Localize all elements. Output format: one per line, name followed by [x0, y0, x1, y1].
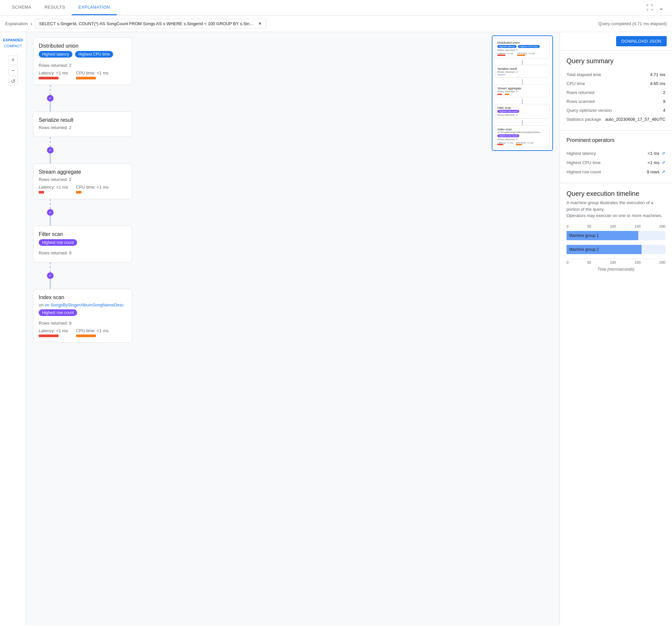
chart-x-axis-title: Time (microseconds) — [567, 267, 665, 272]
cpu-bar-0 — [76, 77, 96, 79]
connector-dot-3: ✓ — [47, 209, 53, 216]
badges-distributed-union: Highest latency Highest CPU time — [39, 51, 127, 60]
zoom-out-button[interactable]: − — [8, 66, 18, 75]
badge-highest-cpu[interactable]: Highest CPU time — [75, 51, 113, 57]
badge-filter-row-count[interactable]: Highest row count — [39, 239, 77, 246]
connector-3: ✓ — [50, 199, 51, 226]
chart-bars: Machine group 1 Machine group 2 — [567, 231, 665, 254]
op-link-2[interactable]: ⇗ — [662, 169, 665, 175]
summary-title: Query summary — [567, 57, 665, 65]
diagram-area: Distributed union Highest latency Highes… — [26, 32, 559, 625]
chart-x-axis-top: 0 50 100 150 200 — [567, 224, 665, 228]
node-title-distributed-union: Distributed union — [39, 43, 127, 49]
tab-explanation[interactable]: EXPLANATION — [72, 0, 117, 15]
bar-bg-0: Machine group 1 — [567, 231, 665, 240]
op-val-1: <1 ms — [648, 160, 659, 165]
chart-bar-row-1: Machine group 2 — [567, 245, 665, 254]
op-link-1[interactable]: ⇗ — [662, 160, 665, 165]
left-panel: EXPANDED COMPACT + − ↺ — [0, 32, 26, 625]
query-select-arrow: ▼ — [258, 21, 262, 26]
rows-returned-2: Rows returned: 2 — [39, 177, 127, 182]
latency-bar-2 — [39, 191, 44, 193]
cpu-stat-4: CPU time: <1 ms — [76, 328, 109, 337]
badge-index-row-count[interactable]: Highest row count — [39, 309, 77, 316]
latency-stat-2: Latency: <1 ms — [39, 185, 68, 193]
zoom-reset-button[interactable]: ↺ — [8, 76, 18, 86]
bar-label-0: Machine group 1 — [569, 233, 599, 238]
cpu-stat-2: CPU time: <1 ms — [76, 185, 109, 193]
chevron-down-icon[interactable]: ⌄ — [658, 4, 664, 11]
summary-row-1: CPU time 4.65 ms — [567, 79, 665, 88]
tabs-bar: SCHEMA RESULTS EXPLANATION ⛶ ⌄ — [0, 0, 672, 16]
summary-row-4: Query optimizer version 4 — [567, 106, 665, 115]
latency-stat-0: Latency: <1 ms — [39, 70, 68, 79]
connector-4: ✓ — [50, 262, 51, 289]
node-serialize-result[interactable]: Serialize result Rows returned: 2 — [33, 112, 132, 137]
zoom-controls: + − ↺ — [8, 55, 18, 86]
bar-label-1: Machine group 2 — [569, 247, 599, 252]
node-index-scan[interactable]: Index scan on on SongsBySingerAlbumSongN… — [33, 289, 132, 343]
node-subtitle-index: on on SongsBySingerAlbumSongNameDesc — [39, 302, 127, 307]
connector-dot-4: ✓ — [47, 272, 53, 279]
query-selector[interactable]: SELECT s.SingerId, COUNT(*) AS SongCount… — [35, 19, 266, 28]
node-stream-aggregate[interactable]: Stream aggregate Rows returned: 2 Latenc… — [33, 163, 132, 199]
node-stats-2: Latency: <1 ms CPU time: <1 ms — [39, 185, 127, 193]
view-toggle: EXPANDED COMPACT — [2, 38, 24, 49]
index-name-link[interactable]: on SongsBySingerAlbumSongNameDesc — [45, 302, 124, 307]
query-summary-section: Query summary Total elapsed time 4.71 ms… — [560, 51, 672, 131]
download-btn-row: DOWNLOAD JSON — [560, 32, 672, 51]
latency-bar-0 — [39, 77, 58, 79]
zoom-in-button[interactable]: + — [8, 55, 18, 65]
right-panel: DOWNLOAD JSON Query summary Total elapse… — [559, 32, 672, 625]
bar-bg-1: Machine group 2 — [567, 245, 665, 254]
download-json-button[interactable]: DOWNLOAD JSON — [616, 36, 667, 46]
node-distributed-union[interactable]: Distributed union Highest latency Highes… — [33, 38, 132, 85]
rows-returned-0: Rows returned: 2 — [39, 63, 127, 68]
tab-icons: ⛶ ⌄ — [644, 1, 667, 14]
timeline-title: Query execution timeline — [567, 190, 665, 198]
rows-returned-3: Rows returned: 9 — [39, 251, 127, 255]
node-filter-scan[interactable]: Filter scan Highest row count Rows retur… — [33, 226, 132, 262]
badge-highest-latency[interactable]: Highest latency — [39, 51, 72, 57]
node-title-index: Index scan — [39, 295, 127, 300]
cpu-bar-4 — [76, 334, 96, 337]
breadcrumb-label: Explanation — [5, 21, 28, 26]
expanded-view-btn[interactable]: EXPANDED — [2, 38, 24, 43]
summary-row-5: Statistics package auto_20230608_17_57_4… — [567, 115, 665, 124]
summary-row-2: Rows returned 2 — [567, 88, 665, 97]
chart-axis-bottom-line — [567, 259, 665, 259]
op-row-0: Highest latency <1 ms ⇗ — [567, 148, 665, 158]
operators-section: Prominent operators Highest latency <1 m… — [560, 131, 672, 183]
op-val-0: <1 ms — [648, 151, 659, 156]
op-link-0[interactable]: ⇗ — [662, 150, 665, 156]
latency-stat-4: Latency: <1 ms — [39, 328, 68, 337]
summary-row-0: Total elapsed time 4.71 ms — [567, 70, 665, 79]
timeline-desc: A machine group illustrates the executio… — [567, 200, 665, 219]
breadcrumb-bar: Explanation › SELECT s.SingerId, COUNT(*… — [0, 16, 672, 32]
rows-returned-1: Rows returned: 2 — [39, 125, 127, 130]
cpu-stat-0: CPU time: <1 ms — [76, 70, 109, 79]
fullscreen-icon[interactable]: ⛶ — [647, 4, 653, 11]
node-title-filter: Filter scan — [39, 231, 127, 237]
chart-container: 0 50 100 150 200 Machine group 1 — [567, 224, 665, 272]
rows-returned-4: Rows returned: 9 — [39, 321, 127, 326]
latency-bar-4 — [39, 334, 58, 337]
mini-preview: Distributed union Highest latency Highes… — [492, 36, 553, 151]
operators-title: Prominent operators — [567, 137, 665, 143]
node-stats-4: Latency: <1 ms CPU time: <1 ms — [39, 328, 127, 337]
tab-results[interactable]: RESULTS — [38, 0, 72, 15]
query-select-text: SELECT s.SingerId, COUNT(*) AS SongCount… — [39, 21, 255, 26]
op-row-2: Highest row count 9 rows ⇗ — [567, 167, 665, 176]
timeline-section: Query execution timeline A machine group… — [560, 183, 672, 278]
connector-2: ✓ — [50, 137, 51, 163]
chart-bar-row-0: Machine group 1 — [567, 231, 665, 240]
compact-view-btn[interactable]: COMPACT — [3, 43, 23, 49]
connector-dot-2: ✓ — [47, 147, 53, 154]
connector-1: ✓ — [50, 85, 51, 112]
cpu-bar-2 — [76, 191, 81, 193]
tab-schema[interactable]: SCHEMA — [5, 0, 38, 15]
query-status: Query completed (4.71 ms elapsed) — [598, 21, 667, 26]
op-val-2: 9 rows — [647, 169, 659, 175]
breadcrumb-chevron: › — [30, 21, 32, 27]
summary-row-3: Rows scanned 9 — [567, 97, 665, 106]
